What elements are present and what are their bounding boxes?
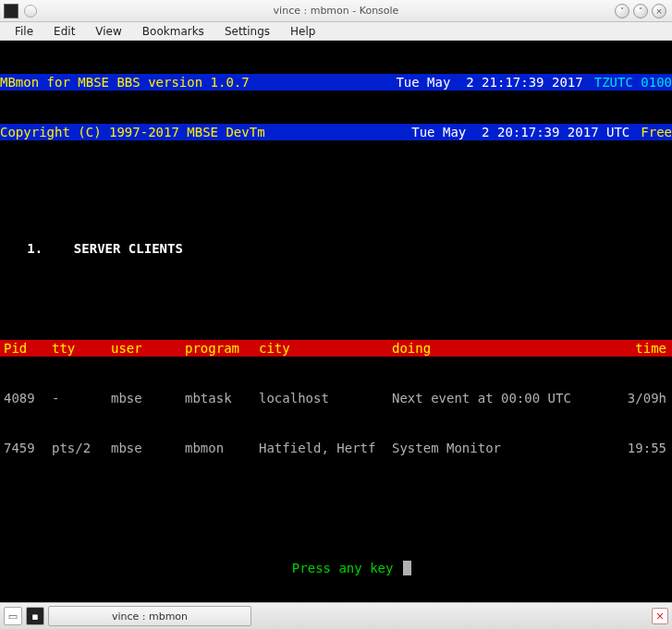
prompt: Press any key	[0, 543, 672, 593]
terminal-icon[interactable]: ▪	[26, 607, 44, 625]
table-row: 4089 - mbse mbtask localhost Next event …	[0, 390, 672, 406]
window-title: vince : mbmon - Konsole	[274, 5, 399, 17]
cell-user: mbse	[111, 390, 185, 406]
window-controls: ˅ ˄ ×	[615, 4, 666, 18]
menu-bookmarks[interactable]: Bookmarks	[133, 23, 214, 40]
menu-settings[interactable]: Settings	[215, 23, 279, 40]
cell-pid: 7459	[0, 440, 52, 456]
col-time: time	[592, 340, 672, 357]
cell-tty: -	[52, 390, 111, 406]
menu-file[interactable]: File	[6, 23, 43, 40]
cell-program: mbtask	[185, 390, 259, 406]
cell-city: localhost	[259, 390, 392, 406]
taskbar-app-label: vince : mbmon	[112, 611, 188, 623]
minimize-button[interactable]: ˅	[615, 4, 629, 18]
blank-space	[0, 174, 672, 207]
header-line-1: MBmon for MBSE BBS version 1.0.7 Tue May…	[0, 74, 672, 91]
cell-pid: 4089	[0, 390, 52, 406]
cell-tty: pts/2	[52, 440, 111, 456]
terminal[interactable]: MBmon for MBSE BBS version 1.0.7 Tue May…	[0, 41, 672, 602]
cell-time: 19:55	[592, 440, 672, 456]
col-user: user	[111, 340, 185, 357]
col-pid: Pid	[0, 340, 52, 357]
menubar: File Edit View Bookmarks Settings Help	[0, 22, 672, 41]
cell-doing: System Monitor	[392, 440, 592, 456]
col-tty: tty	[52, 340, 111, 357]
app-name-version: MBmon for MBSE BBS version 1.0.7	[0, 74, 250, 91]
close-button[interactable]: ×	[652, 4, 666, 18]
blank-line	[0, 290, 672, 307]
taskbar-close-icon[interactable]: ×	[652, 608, 668, 624]
header-line-2: Copyright (C) 1997-2017 MBSE DevTm Tue M…	[0, 124, 672, 140]
timezone-tag: TZUTC 0100	[587, 74, 672, 91]
section-title: 1. SERVER CLIENTS	[0, 240, 672, 257]
table-row: 7459 pts/2 mbse mbmon Hatfield, Hertf Sy…	[0, 440, 672, 456]
status-tag: Free	[633, 124, 672, 140]
menu-help[interactable]: Help	[281, 23, 324, 40]
table-header: Pid tty user program city doing time	[0, 340, 672, 357]
show-desktop-icon[interactable]: ▭	[4, 607, 22, 625]
cell-city: Hatfield, Hertf	[259, 440, 392, 456]
col-city: city	[259, 340, 392, 357]
utc-time: Tue May 2 20:17:39 2017 UTC	[411, 124, 633, 140]
taskbar: ▭ ▪ vince : mbmon ×	[0, 602, 672, 629]
cell-program: mbmon	[185, 440, 259, 456]
cursor	[403, 561, 411, 575]
col-doing: doing	[392, 340, 592, 357]
cell-time: 3/09h	[592, 390, 672, 406]
menu-view[interactable]: View	[86, 23, 130, 40]
cell-doing: Next event at 00:00 UTC	[392, 390, 592, 406]
menu-edit[interactable]: Edit	[44, 23, 84, 40]
cell-user: mbse	[111, 440, 185, 456]
copyright: Copyright (C) 1997-2017 MBSE DevTm	[0, 124, 265, 140]
titlebar-decor	[24, 5, 37, 18]
maximize-button[interactable]: ˄	[633, 4, 648, 18]
prompt-text: Press any key	[292, 561, 401, 575]
taskbar-app-button[interactable]: vince : mbmon	[48, 606, 251, 626]
titlebar: vince : mbmon - Konsole ˅ ˄ ×	[0, 0, 672, 22]
local-time: Tue May 2 21:17:39 2017	[396, 74, 586, 91]
col-program: program	[185, 340, 259, 357]
app-icon	[4, 4, 18, 18]
